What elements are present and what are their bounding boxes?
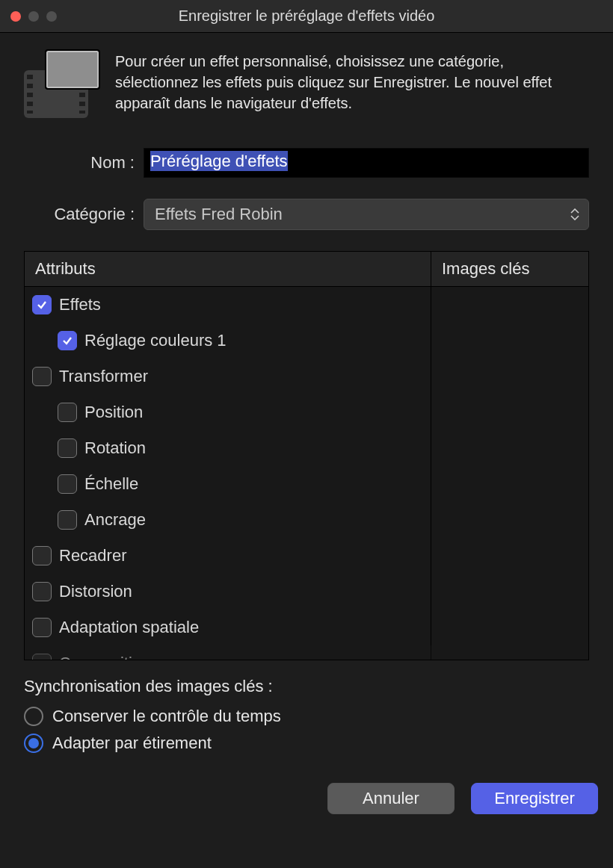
minimize-window-button[interactable] [28, 11, 39, 22]
label-reglage-couleurs: Réglage couleurs 1 [84, 331, 227, 350]
label-compositing: Compositing [59, 654, 150, 660]
checkbox-distorsion[interactable] [32, 582, 52, 601]
checkbox-compositing[interactable] [32, 654, 52, 660]
table-row: Effets [25, 287, 588, 323]
name-input-value: Préréglage d'effets [150, 151, 288, 171]
dialog-actions: Annuler Enregistrer [0, 760, 613, 814]
label-echelle: Échelle [84, 474, 138, 494]
intro-text: Pour créer un effet personnalisé, choisi… [115, 51, 589, 118]
close-window-button[interactable] [10, 11, 21, 22]
table-row: Compositing [25, 645, 588, 660]
cancel-button[interactable]: Annuler [327, 783, 455, 814]
category-label: Catégorie : [24, 205, 144, 224]
checkbox-transformer[interactable] [32, 367, 52, 386]
category-select-value: Effets Fred Robin [155, 205, 283, 224]
window-title: Enregistrer le préréglage d'effets vidéo [0, 7, 613, 25]
table-row: Distorsion [25, 574, 588, 610]
checkbox-ancrage[interactable] [58, 510, 77, 530]
window-controls [0, 11, 57, 22]
name-input[interactable]: Préréglage d'effets [144, 148, 589, 178]
checkbox-recadrer[interactable] [32, 546, 52, 565]
label-effets: Effets [59, 295, 101, 314]
zoom-window-button[interactable] [46, 11, 57, 22]
col-header-keyframes: Images clés [431, 252, 588, 286]
checkbox-effets[interactable] [32, 295, 52, 314]
table-row: Ancrage [25, 502, 588, 538]
label-distorsion: Distorsion [59, 582, 132, 601]
col-header-attributes: Attributs [25, 252, 431, 286]
chevron-up-down-icon [570, 208, 579, 220]
checkbox-echelle[interactable] [58, 474, 77, 494]
table-row: Transformer [25, 359, 588, 394]
checkbox-reglage-couleurs[interactable] [58, 331, 77, 350]
checkbox-position[interactable] [58, 403, 77, 422]
category-select[interactable]: Effets Fred Robin [144, 199, 589, 230]
table-row: Réglage couleurs 1 [25, 323, 588, 359]
sync-title: Synchronisation des images clés : [24, 677, 589, 696]
title-bar: Enregistrer le préréglage d'effets vidéo [0, 0, 613, 33]
label-position: Position [84, 403, 143, 422]
label-ancrage: Ancrage [84, 510, 146, 530]
name-label: Nom : [24, 153, 144, 173]
keyframe-sync-section: Synchronisation des images clés : Conser… [0, 660, 613, 753]
label-transformer: Transformer [59, 367, 148, 386]
label-rotation: Rotation [84, 438, 146, 458]
table-row: Recadrer [25, 538, 588, 574]
checkbox-rotation[interactable] [58, 438, 77, 458]
radio-preserve-timing[interactable] [24, 707, 43, 726]
table-row: Rotation [25, 430, 588, 466]
preset-icon [24, 51, 99, 118]
save-button[interactable]: Enregistrer [471, 783, 598, 814]
attributes-table: Attributs Images clés Effets Réglage cou… [24, 251, 589, 660]
table-row: Échelle [25, 466, 588, 502]
radio-stretch-fit[interactable] [24, 734, 43, 753]
label-adaptation: Adaptation spatiale [59, 618, 199, 637]
table-row: Adaptation spatiale [25, 610, 588, 645]
radio-stretch-fit-label: Adapter par étirement [52, 734, 212, 753]
label-recadrer: Recadrer [59, 546, 126, 565]
radio-preserve-timing-label: Conserver le contrôle du temps [52, 707, 281, 726]
checkbox-adaptation[interactable] [32, 618, 52, 637]
intro-section: Pour créer un effet personnalisé, choisi… [24, 51, 589, 118]
table-row: Position [25, 394, 588, 430]
